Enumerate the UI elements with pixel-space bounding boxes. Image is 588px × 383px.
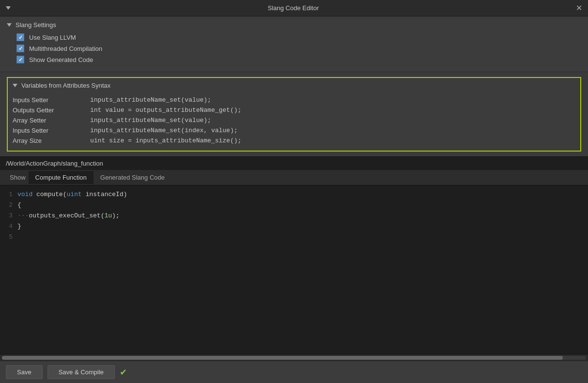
variables-collapse-icon[interactable] <box>13 84 17 87</box>
code-token: uint <box>66 191 81 198</box>
line-content: ···outputs_execOut_set(1u); <box>17 211 588 221</box>
save-compile-button[interactable]: Save & Compile <box>48 365 115 379</box>
scrollbar-track[interactable] <box>2 356 586 360</box>
variable-code: inputs_attributeName_set(value); <box>90 117 211 124</box>
line-content: void compute(uint instanceId) <box>17 189 588 200</box>
variables-header: Variables from Attributes Syntax <box>8 78 580 93</box>
tabs-bar: Show Compute Function Generated Slang Co… <box>0 170 588 185</box>
line-number: 2 <box>0 200 17 211</box>
line-number: 1 <box>0 189 17 200</box>
code-token: void <box>17 191 32 198</box>
code-line: 3···outputs_execOut_set(1u); <box>0 211 588 221</box>
path-bar: /World/ActionGraph/slang_function <box>0 156 588 170</box>
line-content: } <box>17 221 588 232</box>
label-slang-llvm: Use Slang LLVM <box>29 34 76 41</box>
line-number: 5 <box>0 232 17 243</box>
code-token: { <box>17 201 21 209</box>
variable-row: Inputs Setterinputs_attributeName_set(in… <box>13 125 575 136</box>
line-number: 4 <box>0 221 17 232</box>
label-multithreaded: Multithreaded Compilation <box>29 45 102 52</box>
variables-table: Inputs Setterinputs_attributeName_set(va… <box>8 93 580 151</box>
save-button[interactable]: Save <box>6 365 43 379</box>
code-line: 5 <box>0 232 588 243</box>
checkbox-row-multithreaded: Multithreaded Compilation <box>7 45 581 52</box>
tab-show-label: Show <box>3 171 29 184</box>
tab-generated-slang-code[interactable]: Generated Slang Code <box>94 171 172 184</box>
code-area[interactable]: 1void compute(uint instanceId)2{3···outp… <box>0 185 588 354</box>
variable-label: Outputs Getter <box>13 107 90 114</box>
variable-row: Array Sizeuint size = inputs_attributeNa… <box>13 136 575 146</box>
code-token: instanceId) <box>82 191 127 198</box>
menu-icon[interactable] <box>6 6 11 10</box>
variables-label: Variables from Attributes Syntax <box>21 82 111 89</box>
label-show-generated: Show Generated Code <box>29 56 93 63</box>
variable-label: Inputs Setter <box>13 127 90 134</box>
variables-section: Variables from Attributes Syntax Inputs … <box>7 77 581 152</box>
line-content: { <box>17 200 588 211</box>
slang-settings-collapse-icon[interactable] <box>7 23 12 27</box>
checkbox-show-generated[interactable] <box>16 56 24 63</box>
bottom-bar: Save Save & Compile ✔ <box>0 361 588 383</box>
checkbox-row-slang-llvm: Use Slang LLVM <box>7 33 581 41</box>
variable-row: Outputs Getterint value = outputs_attrib… <box>13 105 575 115</box>
title-bar-left <box>6 6 11 10</box>
scrollbar-area[interactable] <box>0 354 588 361</box>
variable-row: Inputs Setterinputs_attributeName_set(va… <box>13 95 575 105</box>
variable-label: Inputs Setter <box>13 96 90 104</box>
path-text: /World/ActionGraph/slang_function <box>6 160 103 167</box>
slang-settings-label: Slang Settings <box>16 21 56 29</box>
close-icon[interactable]: ✕ <box>576 4 582 12</box>
variable-label: Array Setter <box>13 117 90 124</box>
code-token: compute( <box>32 191 66 198</box>
code-line: 1void compute(uint instanceId) <box>0 189 588 200</box>
slang-settings-header: Slang Settings <box>7 21 581 29</box>
variable-code: uint size = inputs_attributeName_size(); <box>90 137 241 144</box>
line-number: 3 <box>0 211 17 221</box>
code-token: outputs_execOut_set( <box>29 212 104 219</box>
checkbox-slang-llvm[interactable] <box>16 33 24 41</box>
code-token: } <box>17 223 21 230</box>
variable-row: Array Setterinputs_attributeName_set(val… <box>13 115 575 125</box>
variable-code: inputs_attributeName_set(index, value); <box>90 127 238 134</box>
code-token: ); <box>112 212 120 219</box>
checkbox-row-show-generated: Show Generated Code <box>7 56 581 63</box>
slang-settings-panel: Slang Settings Use Slang LLVM Multithrea… <box>0 16 588 72</box>
variable-code: inputs_attributeName_set(value); <box>90 96 211 104</box>
code-token: 1u <box>104 212 112 219</box>
code-line: 4} <box>0 221 588 232</box>
checkbox-multithreaded[interactable] <box>16 45 24 52</box>
variable-code: int value = outputs_attributeName_get(); <box>90 107 241 114</box>
code-token: ··· <box>17 212 29 219</box>
code-line: 2{ <box>0 200 588 211</box>
title-bar: Slang Code Editor ✕ <box>0 0 588 16</box>
window-title: Slang Code Editor <box>268 4 319 12</box>
variable-label: Array Size <box>13 137 90 144</box>
scrollbar-thumb[interactable] <box>2 356 563 360</box>
tab-compute-function[interactable]: Compute Function <box>29 171 94 184</box>
compile-success-icon: ✔ <box>120 367 127 378</box>
